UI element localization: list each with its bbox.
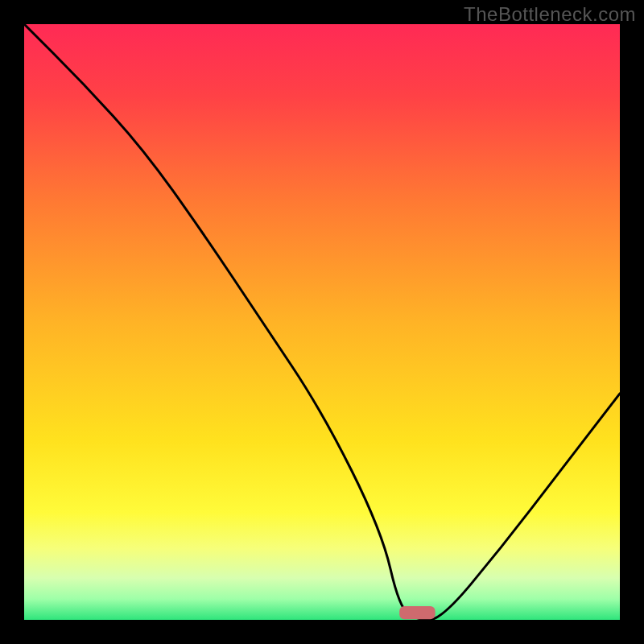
optimal-marker <box>399 606 435 619</box>
watermark-text: TheBottleneck.com <box>464 3 636 26</box>
chart-frame: TheBottleneck.com <box>0 0 644 644</box>
plot-area <box>24 24 620 620</box>
gradient-background <box>24 24 620 620</box>
bottleneck-chart <box>24 24 620 620</box>
